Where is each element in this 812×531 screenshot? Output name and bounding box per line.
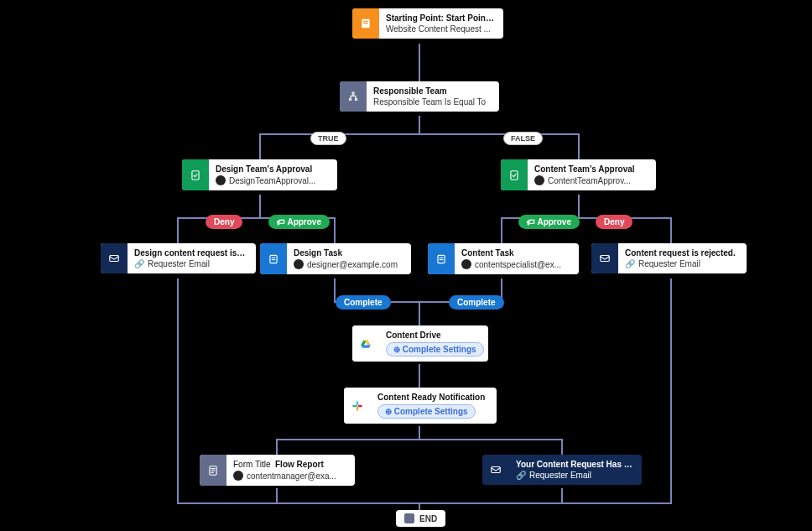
badge-complete: Complete [449,295,504,310]
svg-rect-19 [357,401,358,405]
svg-point-5 [355,98,357,100]
node-title: Content Drive [386,331,480,340]
svg-rect-24 [492,467,501,473]
badge-deny: Deny [596,215,632,229]
avatar-icon [216,175,226,185]
badge-deny: Deny [206,215,242,229]
branch-icon [340,81,367,112]
link-icon [134,259,144,268]
node-request-complete-email[interactable]: Your Content Request Has B... Requester … [482,455,642,485]
badge-complete: Complete [336,295,391,310]
node-subtitle: Website Content Request ... [386,24,495,34]
node-title: Content request is rejected. [625,248,738,258]
avatar-icon [233,471,243,481]
node-start[interactable]: Starting Point: Start Point : C... Websi… [352,8,503,39]
node-title: Content Task [461,248,570,258]
svg-rect-2 [363,23,368,23]
node-content-drive[interactable]: Content Drive ⊕ Complete Settings [352,325,488,362]
link-icon [516,471,526,480]
svg-rect-11 [272,259,276,260]
svg-point-4 [349,98,351,100]
svg-rect-7 [511,170,518,180]
email-icon [482,455,509,485]
svg-rect-14 [440,259,444,260]
svg-rect-15 [601,256,610,262]
task-icon [260,243,287,274]
svg-rect-8 [110,256,119,262]
node-content-task[interactable]: Content Task contentspecialist@ex... [428,243,579,274]
node-end: END [396,510,445,527]
email-icon [591,243,618,273]
node-design-rejected[interactable]: Design content request is rej... Request… [101,243,256,273]
node-subtitle: Requester Email [529,471,591,480]
workflow-canvas[interactable]: Starting Point: Start Point : C... Websi… [0,0,812,531]
node-title: Design content request is rej... [134,248,247,258]
badge-approve: 🏷 Approve [268,215,330,229]
svg-rect-21 [357,406,358,410]
avatar-icon [294,259,304,269]
node-flow-report[interactable]: Form Title Flow Report contentmanager@ex… [200,455,355,486]
svg-marker-18 [362,345,371,348]
approval-icon [501,159,528,190]
email-icon [101,243,128,273]
node-title: Design Team's Approval [216,164,329,174]
svg-point-3 [352,92,354,94]
svg-rect-20 [352,404,357,406]
report-icon [200,455,226,486]
svg-rect-6 [192,170,199,180]
node-title: Responsible Team [373,86,491,96]
end-icon [404,513,414,523]
badge-approve: 🏷 Approve [518,215,580,229]
avatar-icon [534,175,544,185]
badge-true: TRUE [310,132,346,145]
approval-icon [182,159,209,190]
node-assignee: ContentTeamApprov... [548,176,631,185]
node-title: Form Title Flow Report [233,460,346,469]
google-drive-icon [352,325,379,362]
node-assignee: designer@example.com [307,260,398,269]
node-subtitle: Requester Email [148,259,210,268]
svg-rect-10 [272,257,276,258]
complete-settings-button[interactable]: ⊕ Complete Settings [377,404,476,419]
node-design-task[interactable]: Design Task designer@example.com [260,243,411,274]
node-title: Design Task [294,248,403,258]
node-subtitle: Responsible Team Is Equal To [373,97,491,107]
node-assignee: contentspecialist@ex... [475,260,561,269]
node-content-approval[interactable]: Content Team's Approval ContentTeamAppro… [501,159,656,190]
node-design-approval[interactable]: Design Team's Approval DesignTeamApprova… [182,159,337,190]
complete-settings-button[interactable]: ⊕ Complete Settings [386,342,484,357]
node-assignee: contentmanager@exa... [247,471,336,481]
node-assignee: DesignTeamApproval... [229,176,315,185]
svg-rect-22 [358,404,362,406]
end-label: END [419,514,437,523]
node-decision[interactable]: Responsible Team Responsible Team Is Equ… [340,81,499,112]
form-icon [352,8,379,39]
node-title: Content Team's Approval [534,164,648,174]
badge-false: FALSE [503,132,543,145]
avatar-icon [461,259,471,269]
svg-rect-1 [363,21,368,22]
node-title: Your Content Request Has B... [516,460,633,469]
slack-icon [344,388,371,424]
node-title: Content Ready Notification [377,393,488,402]
svg-rect-13 [440,257,444,258]
node-content-rejected[interactable]: Content request is rejected. Requester E… [591,243,747,273]
node-subtitle: Requester Email [638,259,700,268]
task-icon [428,243,455,274]
node-title: Starting Point: Start Point : C... [386,13,495,23]
link-icon [625,259,635,268]
node-slack-notification[interactable]: Content Ready Notification ⊕ Complete Se… [344,388,497,424]
